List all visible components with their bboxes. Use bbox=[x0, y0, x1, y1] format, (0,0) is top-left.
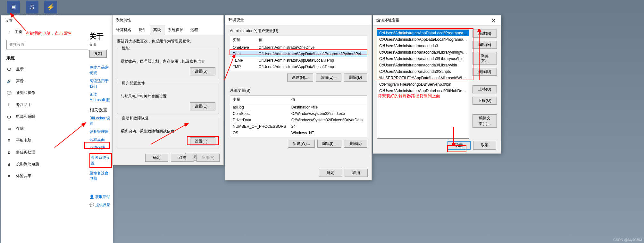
sysprop-apply-button: 应用(A) bbox=[197, 154, 220, 162]
sysprop-tabs: 计算机名硬件高级系统保护远程 bbox=[113, 25, 223, 35]
related-link[interactable]: 设备管理器 bbox=[89, 129, 112, 135]
sidebar-icon: 💬 bbox=[6, 91, 12, 96]
user-delete-button[interactable]: 删除(D) bbox=[344, 74, 367, 82]
sidebar-item-label: 平板电脑 bbox=[16, 138, 31, 143]
feedback-link[interactable]: 💬 提供反馈 bbox=[89, 202, 112, 208]
sidebar-item-label: 显示 bbox=[16, 66, 24, 72]
user-new-button[interactable]: 新建(N)... bbox=[287, 74, 313, 82]
sidebar-icon: 🔊 bbox=[6, 79, 12, 84]
app-icon: $ bbox=[26, 1, 38, 13]
editenv-up-button[interactable]: 上移(U) bbox=[473, 85, 497, 93]
sidebar-icon: ☾ bbox=[6, 102, 12, 108]
sys-new-button[interactable]: 新建(W)... bbox=[288, 140, 314, 148]
envvar-title: 环境变量 bbox=[225, 15, 372, 25]
related-link[interactable]: 高级系统设置 bbox=[89, 153, 112, 168]
sidebar-item-label: 声音 bbox=[16, 78, 24, 84]
env-var-dialog: 环境变量 Administrator 的用户变量(U) 变量值OneDriveC… bbox=[225, 15, 372, 180]
settings-home-label: 主页 bbox=[15, 29, 22, 35]
app-icon: 🖥 bbox=[7, 1, 20, 13]
envvar-cancel-button[interactable]: 取消 bbox=[345, 169, 368, 177]
startup-group: 启动和故障恢复 系统启动、系统故障和调试信息 设置(T)... bbox=[117, 118, 219, 149]
annotation-copypath: 将安装好的解释器路径复制到上面 bbox=[378, 93, 440, 99]
user-var-table[interactable]: 变量值OneDriveC:\Users\Administrator\OneDri… bbox=[230, 36, 367, 71]
tab[interactable]: 高级 bbox=[150, 25, 164, 35]
perf-group: 性能 视觉效果，处理器计划，内存使用，以及虚拟内存 设置(S)... bbox=[117, 48, 219, 79]
table-row[interactable]: NUMBER_OF_PROCESSORS24 bbox=[230, 123, 367, 130]
related-link[interactable]: 系统保护 bbox=[89, 145, 112, 151]
path-entry[interactable]: C:\Users\Administrator\AppData\Local\Pro… bbox=[377, 36, 469, 43]
editenv-edit-button[interactable]: 编辑(E) bbox=[473, 41, 497, 49]
get-help-link[interactable]: 👤 获取帮助 bbox=[89, 194, 112, 200]
table-row[interactable]: OneDriveC:\Users\Administrator\OneDrive bbox=[230, 44, 367, 51]
app-icon: ⚡ bbox=[44, 1, 57, 13]
settings-title: 设置 bbox=[1, 15, 113, 26]
table-row[interactable]: TEMPC:\Users\Administrator\AppData\Local… bbox=[230, 57, 367, 64]
user-edit-button[interactable]: 编辑(E)... bbox=[316, 74, 341, 82]
path-entry[interactable]: C:\Program Files\MongoDB\Server\6.0\bin bbox=[377, 81, 469, 88]
sysprop-title: 系统属性 bbox=[113, 15, 223, 25]
editenv-cancel-button[interactable]: 取消 bbox=[473, 141, 496, 150]
sys-delete-button[interactable]: 删除(L) bbox=[344, 140, 367, 148]
table-row[interactable]: TMPC:\Users\Administrator\AppData\Local\… bbox=[230, 64, 367, 70]
about-pane: 关于 设备 复制 更改产品密钥或阅读适用于我们阅读 Microsoft 服 相关… bbox=[88, 30, 113, 229]
table-row[interactable]: OSWindows_NT bbox=[230, 130, 367, 136]
path-entry[interactable]: C:\Users\Administrator\anaconda3\Library… bbox=[377, 49, 469, 56]
sidebar-item-label: 电源和睡眠 bbox=[16, 114, 35, 119]
sys-edit-button[interactable]: 编辑(I)... bbox=[317, 140, 341, 148]
about-link[interactable]: 阅读适用于我们 bbox=[89, 78, 112, 89]
table-row[interactable]: PathC:\Windows\system32;C:\Windows;C:\Wi… bbox=[230, 136, 367, 137]
sidebar-icon: ⊞ bbox=[6, 138, 12, 143]
sys-var-label: 系统变量(S) bbox=[230, 88, 367, 93]
related-link[interactable]: 远程桌面 bbox=[89, 137, 112, 143]
sidebar-icon: ⏻ bbox=[6, 114, 12, 119]
tab[interactable]: 硬件 bbox=[135, 25, 150, 35]
path-entry[interactable]: C:\Users\Administrator\anaconda3\Library… bbox=[377, 62, 469, 68]
annotation-rightclick: 右键我的电脑，点击属性 bbox=[26, 30, 71, 36]
sys-var-table[interactable]: 变量值asl.logDestination=fileComSpecC:\Wind… bbox=[230, 95, 367, 137]
tab[interactable]: 系统保护 bbox=[164, 25, 187, 35]
search-input[interactable] bbox=[9, 42, 95, 47]
edit-env-var-dialog: 编辑环境变量 ✕ C:\Users\Administrator\AppData\… bbox=[373, 15, 501, 154]
perf-settings-button[interactable]: 设置(S)... bbox=[190, 67, 215, 75]
sysprop-cancel-button[interactable]: 取消 bbox=[171, 154, 194, 162]
editenv-new-button[interactable]: 新建(N) bbox=[473, 30, 497, 38]
about-link[interactable]: 阅读 Microsoft 服 bbox=[89, 92, 112, 103]
table-row[interactable]: asl.logDestination=file bbox=[230, 104, 367, 111]
sysprop-ok-button[interactable]: 确定 bbox=[145, 154, 168, 162]
editenv-down-button[interactable]: 下移(O) bbox=[473, 97, 497, 105]
sidebar-icon: ✕ bbox=[6, 174, 12, 179]
about-link[interactable]: 更改产品密钥或 bbox=[89, 65, 112, 76]
table-row[interactable]: PathC:\Users\Administrator\AppData\Local… bbox=[230, 51, 367, 57]
path-entry[interactable]: C:\Users\Administrator\AppData\Local\Pro… bbox=[377, 30, 469, 36]
editenv-browse-button[interactable]: 浏览(B)... bbox=[473, 52, 497, 65]
editenv-delete-button[interactable]: 删除(D) bbox=[473, 68, 497, 76]
admin-note: 要进行大多数更改，你必须作为管理员登录。 bbox=[117, 39, 219, 44]
sidebar-icon: ⧉ bbox=[6, 150, 12, 155]
editenv-title: 编辑环境变量 bbox=[376, 18, 399, 23]
related-link[interactable]: BitLocker 设置 bbox=[89, 116, 112, 126]
about-device: 设备 bbox=[89, 42, 112, 47]
close-icon[interactable]: ✕ bbox=[489, 17, 498, 23]
table-row[interactable]: DriverDataC:\Windows\System32\Drivers\Dr… bbox=[230, 117, 367, 123]
sidebar-icon: 🖥 bbox=[6, 162, 12, 167]
editenv-edittext-button[interactable]: 编辑文本(T)... bbox=[473, 114, 497, 128]
system-properties-dialog: 系统属性 计算机名硬件高级系统保护远程 要进行大多数更改，你必须作为管理员登录。… bbox=[112, 15, 224, 165]
path-entry[interactable]: C:\Users\Administrator\anaconda3\Scripts bbox=[377, 68, 469, 75]
user-settings-button[interactable]: 设置(E)... bbox=[190, 102, 215, 110]
watermark: CSDN @MyJCBM bbox=[613, 238, 642, 242]
tab[interactable]: 远程 bbox=[187, 25, 202, 35]
path-entry[interactable]: %USERPROFILE%\AppData\Local\Microsoft\Wi… bbox=[377, 75, 469, 81]
envvar-ok-button[interactable]: 确定 bbox=[319, 169, 342, 177]
table-row[interactable]: ComSpecC:\Windows\system32\cmd.exe bbox=[230, 110, 367, 117]
sidebar-item-label: 存储 bbox=[16, 126, 24, 131]
editenv-ok-button[interactable]: 确定 bbox=[447, 141, 471, 150]
home-icon: ⌂ bbox=[6, 30, 12, 35]
related-link[interactable]: 重命名这台电脑 bbox=[89, 170, 112, 181]
tab[interactable]: 计算机名 bbox=[113, 25, 135, 35]
startup-settings-button[interactable]: 设置(T)... bbox=[190, 137, 215, 145]
related-heading: 相关设置 bbox=[89, 107, 112, 113]
path-entries-list[interactable]: C:\Users\Administrator\AppData\Local\Pro… bbox=[377, 30, 469, 139]
copy-button[interactable]: 复制 bbox=[89, 50, 107, 58]
path-entry[interactable]: C:\Users\Administrator\anaconda3\Library… bbox=[377, 56, 469, 62]
path-entry[interactable]: C:\Users\Administrator\anaconda3 bbox=[377, 43, 469, 49]
